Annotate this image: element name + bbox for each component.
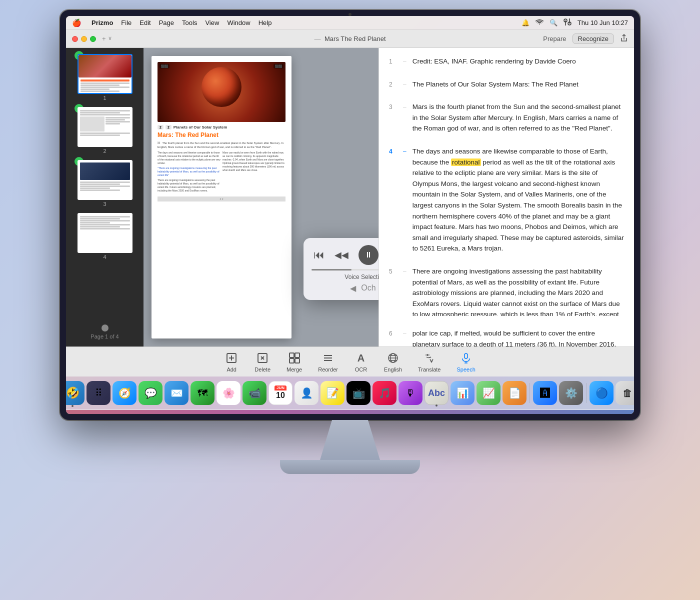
nav-prev[interactable]: + [102, 35, 106, 42]
notification-icon[interactable]: 🔔 [522, 19, 530, 26]
menu-page[interactable]: Page [159, 19, 174, 26]
sidebar-item-page1[interactable]: ✓ [66, 52, 144, 103]
dock-messages[interactable]: 💬 [138, 381, 162, 405]
dock-screentime[interactable]: 🔵 [590, 381, 614, 405]
dock-music[interactable]: 🎵 [372, 381, 396, 405]
ocr-icon: A [354, 351, 368, 365]
line-text-1: Credit: ESA, INAF. Graphic rendering by … [412, 56, 624, 67]
tool-english-label: English [384, 366, 402, 372]
dock-numbers[interactable]: 📈 [476, 381, 500, 405]
dock-launchpad[interactable]: ⠿ [86, 381, 110, 405]
speech-icon [459, 351, 473, 365]
toolbar: Add Delete [66, 346, 634, 376]
doc-header-badge: 2 2 Planets of Our Solar System [158, 125, 286, 130]
dock-contacts[interactable]: 👤 [294, 381, 318, 405]
dock-prizmo[interactable]: Abc [424, 381, 448, 405]
text-line-4: 4 – The days and seasons are likewise co… [389, 146, 624, 258]
rewind-button[interactable]: ◀◀ [334, 250, 348, 260]
tool-ocr[interactable]: A OCR [354, 351, 368, 372]
apple-menu[interactable]: 🍎 [72, 18, 82, 28]
dock-finder[interactable]: 🤣 [66, 381, 84, 405]
line-num-2: 2 [389, 79, 397, 90]
prev-track-button[interactable]: ⏮ [314, 248, 324, 262]
tool-reorder-label: Reorder [318, 366, 338, 372]
tool-speech[interactable]: Speech [456, 351, 475, 372]
tool-delete[interactable]: Delete [254, 351, 270, 372]
document-page[interactable]: ⬛⬛ ⬛⬛ 2 2 Planets of Our Solar System Ma… [152, 56, 292, 338]
text-panel[interactable]: 1 – Credit: ESA, INAF. Graphic rendering… [378, 48, 634, 346]
dock-podcasts[interactable]: 🎙 [398, 381, 422, 405]
dock-pages[interactable]: 📄 [502, 381, 526, 405]
text-line-6: 6 – polar ice cap, if melted, would be s… [389, 328, 624, 346]
dock-trash[interactable]: 🗑 [616, 381, 634, 405]
page2-label: 2 [103, 148, 106, 154]
finder-dot [72, 405, 74, 407]
reorder-icon [321, 351, 335, 365]
text-line-2: 2 – The Planets of Our Solar System Mars… [389, 79, 624, 94]
tool-reorder[interactable]: Reorder [318, 351, 338, 372]
mars-sphere [202, 67, 242, 107]
sidebar-footer: Page 1 of 4 [66, 320, 144, 342]
play-pause-button[interactable]: ⏸ [358, 245, 378, 265]
share-icon[interactable] [620, 34, 628, 44]
menu-edit[interactable]: Edit [140, 19, 150, 26]
svg-rect-13 [295, 358, 300, 363]
dock-maps[interactable]: 🗺 [190, 381, 214, 405]
stand-neck [320, 420, 380, 460]
dock-photos[interactable]: 🌸 [216, 381, 240, 405]
tool-add-label: Add [226, 366, 236, 372]
menu-tools[interactable]: Tools [182, 19, 197, 26]
tool-add[interactable]: Add [224, 351, 238, 372]
voice-progress-fill [312, 269, 352, 270]
prizmo-window: + ∨ — Mars The Red Planet Prepare Recogn… [66, 30, 634, 376]
menu-window[interactable]: Window [227, 19, 250, 26]
line-num-5: 5 [389, 266, 397, 316]
menu-file[interactable]: File [121, 19, 132, 26]
tool-translate-label: Translate [418, 366, 440, 372]
menu-help[interactable]: Help [258, 19, 272, 26]
dock-tv[interactable]: 📺 [346, 381, 370, 405]
line-num-6: 6 [389, 328, 397, 346]
voice-progress-bar[interactable] [312, 269, 378, 270]
menu-view[interactable]: View [205, 19, 219, 26]
dock-keynote[interactable]: 📊 [450, 381, 474, 405]
thumb-page3[interactable] [78, 160, 132, 200]
tool-merge[interactable]: Merge [286, 351, 302, 372]
voice-selection-label[interactable]: Voice Selection ✕ [312, 274, 378, 280]
dock-safari[interactable]: 🧭 [112, 381, 136, 405]
maximize-button[interactable] [90, 36, 96, 42]
dock-facetime[interactable]: 📹 [242, 381, 266, 405]
window-nav: + ∨ [102, 35, 112, 42]
sidebar-item-page4[interactable]: 4 [66, 211, 144, 262]
wifi-icon[interactable] [536, 18, 544, 27]
dock-mail[interactable]: ✉️ [164, 381, 188, 405]
text-line-5: 5 – There are ongoing investigations ass… [389, 266, 624, 320]
svg-rect-22 [464, 354, 468, 358]
app-name[interactable]: Prizmo [92, 19, 113, 26]
thumb-page2[interactable] [78, 107, 132, 147]
voice-prev-button[interactable]: ◀ [350, 284, 356, 293]
search-icon[interactable]: 🔍 [550, 19, 558, 26]
prepare-button[interactable]: Prepare [543, 35, 566, 42]
thumb-page4[interactable] [78, 213, 132, 253]
line-text-5: There are ongoing investigations assessi… [412, 266, 624, 316]
minimize-button[interactable] [81, 36, 87, 42]
control-center-icon[interactable] [564, 18, 572, 27]
dock-appstore[interactable]: 🅰 [533, 381, 557, 405]
sidebar-item-page3[interactable]: ✓ [66, 158, 144, 209]
tool-delete-label: Delete [254, 366, 270, 372]
thumb-page1[interactable] [78, 54, 132, 94]
line-text-4: The days and seasons are likewise compar… [412, 146, 624, 254]
dock-calendar[interactable]: JUN 10 [268, 381, 292, 405]
dock-notes[interactable]: 📝 [320, 381, 344, 405]
dock-sysprefs[interactable]: ⚙️ [559, 381, 583, 405]
merge-icon [288, 351, 302, 365]
sidebar-item-page2[interactable]: ✓ [66, 105, 144, 156]
close-button[interactable] [72, 36, 78, 42]
line-bullet-1: – [403, 56, 406, 67]
recognize-button[interactable]: Recognize [572, 34, 614, 44]
nav-dropdown[interactable]: ∨ [108, 35, 112, 42]
tool-english[interactable]: English [384, 351, 402, 372]
add-icon [224, 351, 238, 365]
tool-translate[interactable]: Translate [418, 351, 440, 372]
